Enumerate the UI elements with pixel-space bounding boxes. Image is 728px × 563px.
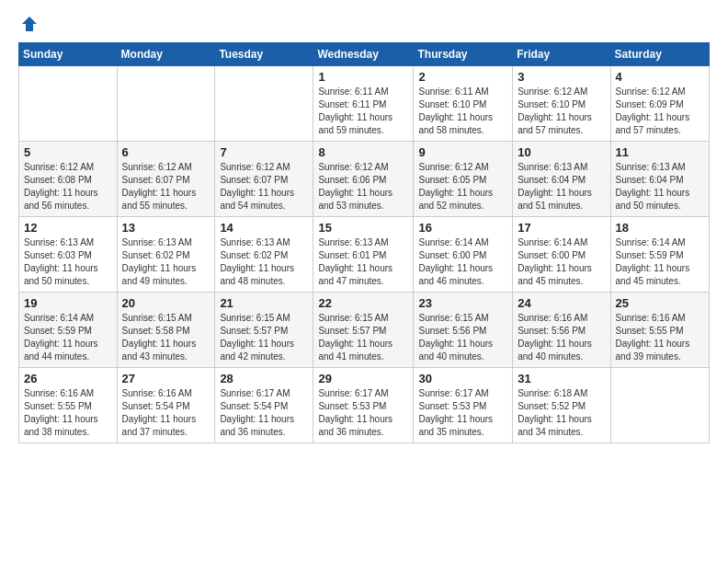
calendar-cell xyxy=(19,66,118,142)
day-number: 31 xyxy=(518,372,605,385)
day-number: 25 xyxy=(616,296,704,310)
day-number: 26 xyxy=(24,372,112,385)
calendar-cell: 18Sunrise: 6:14 AM Sunset: 5:59 PM Dayli… xyxy=(610,217,709,293)
day-info: Sunrise: 6:16 AM Sunset: 5:54 PM Dayligh… xyxy=(122,387,210,439)
calendar-cell: 17Sunrise: 6:14 AM Sunset: 6:00 PM Dayli… xyxy=(513,217,610,293)
day-number: 23 xyxy=(418,296,507,310)
day-number: 28 xyxy=(220,372,308,385)
calendar-cell: 2Sunrise: 6:11 AM Sunset: 6:10 PM Daylig… xyxy=(414,66,513,142)
calendar-week-row: 12Sunrise: 6:13 AM Sunset: 6:03 PM Dayli… xyxy=(19,217,710,293)
calendar-week-row: 26Sunrise: 6:16 AM Sunset: 5:55 PM Dayli… xyxy=(19,368,710,443)
header xyxy=(18,15,710,33)
day-number: 12 xyxy=(24,221,112,235)
calendar-cell: 4Sunrise: 6:12 AM Sunset: 6:09 PM Daylig… xyxy=(610,66,709,142)
page: SundayMondayTuesdayWednesdayThursdayFrid… xyxy=(0,0,728,563)
day-info: Sunrise: 6:16 AM Sunset: 5:55 PM Dayligh… xyxy=(24,387,112,439)
day-info: Sunrise: 6:14 AM Sunset: 6:00 PM Dayligh… xyxy=(518,236,605,288)
calendar-week-row: 1Sunrise: 6:11 AM Sunset: 6:11 PM Daylig… xyxy=(19,66,710,142)
day-info: Sunrise: 6:12 AM Sunset: 6:07 PM Dayligh… xyxy=(122,161,210,213)
calendar-cell: 10Sunrise: 6:13 AM Sunset: 6:04 PM Dayli… xyxy=(513,142,610,217)
calendar-header-saturday: Saturday xyxy=(610,43,709,66)
day-number: 8 xyxy=(318,145,408,159)
day-number: 13 xyxy=(122,221,210,235)
day-number: 10 xyxy=(518,145,605,159)
day-info: Sunrise: 6:17 AM Sunset: 5:54 PM Dayligh… xyxy=(220,387,308,439)
logo-icon xyxy=(20,15,39,33)
day-info: Sunrise: 6:14 AM Sunset: 6:00 PM Dayligh… xyxy=(418,236,507,288)
calendar-cell: 11Sunrise: 6:13 AM Sunset: 6:04 PM Dayli… xyxy=(610,142,709,217)
day-info: Sunrise: 6:14 AM Sunset: 5:59 PM Dayligh… xyxy=(616,236,704,288)
calendar-header-friday: Friday xyxy=(513,43,610,66)
day-number: 21 xyxy=(220,296,308,310)
calendar-cell: 14Sunrise: 6:13 AM Sunset: 6:02 PM Dayli… xyxy=(215,217,313,293)
calendar-cell: 26Sunrise: 6:16 AM Sunset: 5:55 PM Dayli… xyxy=(19,368,118,443)
calendar-header-wednesday: Wednesday xyxy=(313,43,414,66)
calendar-cell: 6Sunrise: 6:12 AM Sunset: 6:07 PM Daylig… xyxy=(117,142,215,217)
calendar-cell: 20Sunrise: 6:15 AM Sunset: 5:58 PM Dayli… xyxy=(117,293,215,368)
calendar-cell: 9Sunrise: 6:12 AM Sunset: 6:05 PM Daylig… xyxy=(414,142,513,217)
calendar-cell: 3Sunrise: 6:12 AM Sunset: 6:10 PM Daylig… xyxy=(513,66,610,142)
day-number: 14 xyxy=(220,221,308,235)
day-number: 1 xyxy=(318,70,408,84)
day-info: Sunrise: 6:17 AM Sunset: 5:53 PM Dayligh… xyxy=(318,387,408,439)
calendar-cell: 22Sunrise: 6:15 AM Sunset: 5:57 PM Dayli… xyxy=(313,293,414,368)
calendar-header-tuesday: Tuesday xyxy=(215,43,313,66)
calendar-cell: 1Sunrise: 6:11 AM Sunset: 6:11 PM Daylig… xyxy=(313,66,414,142)
calendar-cell: 12Sunrise: 6:13 AM Sunset: 6:03 PM Dayli… xyxy=(19,217,118,293)
day-info: Sunrise: 6:13 AM Sunset: 6:03 PM Dayligh… xyxy=(24,236,112,288)
calendar-cell: 29Sunrise: 6:17 AM Sunset: 5:53 PM Dayli… xyxy=(313,368,414,443)
day-number: 15 xyxy=(318,221,408,235)
calendar-cell xyxy=(610,368,709,443)
calendar-header-row: SundayMondayTuesdayWednesdayThursdayFrid… xyxy=(19,43,710,66)
day-number: 11 xyxy=(616,145,704,159)
calendar-header-thursday: Thursday xyxy=(414,43,513,66)
day-number: 30 xyxy=(418,372,507,385)
day-info: Sunrise: 6:17 AM Sunset: 5:53 PM Dayligh… xyxy=(418,387,507,439)
calendar-cell: 25Sunrise: 6:16 AM Sunset: 5:55 PM Dayli… xyxy=(610,293,709,368)
calendar-cell: 15Sunrise: 6:13 AM Sunset: 6:01 PM Dayli… xyxy=(313,217,414,293)
day-info: Sunrise: 6:15 AM Sunset: 5:56 PM Dayligh… xyxy=(418,312,507,363)
calendar-week-row: 19Sunrise: 6:14 AM Sunset: 5:59 PM Dayli… xyxy=(19,293,710,368)
calendar-cell: 13Sunrise: 6:13 AM Sunset: 6:02 PM Dayli… xyxy=(117,217,215,293)
calendar-cell: 8Sunrise: 6:12 AM Sunset: 6:06 PM Daylig… xyxy=(313,142,414,217)
calendar: SundayMondayTuesdayWednesdayThursdayFrid… xyxy=(18,42,710,443)
day-number: 6 xyxy=(122,145,210,159)
day-number: 3 xyxy=(518,70,605,84)
svg-marker-0 xyxy=(22,17,37,31)
day-info: Sunrise: 6:13 AM Sunset: 6:04 PM Dayligh… xyxy=(616,161,704,213)
calendar-cell: 19Sunrise: 6:14 AM Sunset: 5:59 PM Dayli… xyxy=(19,293,118,368)
day-number: 7 xyxy=(220,145,308,159)
day-info: Sunrise: 6:12 AM Sunset: 6:09 PM Dayligh… xyxy=(616,86,704,137)
calendar-cell: 5Sunrise: 6:12 AM Sunset: 6:08 PM Daylig… xyxy=(19,142,118,217)
day-number: 2 xyxy=(418,70,507,84)
day-number: 4 xyxy=(616,70,704,84)
calendar-cell: 27Sunrise: 6:16 AM Sunset: 5:54 PM Dayli… xyxy=(117,368,215,443)
day-number: 20 xyxy=(122,296,210,310)
day-info: Sunrise: 6:14 AM Sunset: 5:59 PM Dayligh… xyxy=(24,312,112,363)
day-info: Sunrise: 6:11 AM Sunset: 6:11 PM Dayligh… xyxy=(318,86,408,137)
day-info: Sunrise: 6:13 AM Sunset: 6:02 PM Dayligh… xyxy=(122,236,210,288)
calendar-cell xyxy=(117,66,215,142)
day-number: 17 xyxy=(518,221,605,235)
day-info: Sunrise: 6:11 AM Sunset: 6:10 PM Dayligh… xyxy=(418,86,507,137)
day-info: Sunrise: 6:16 AM Sunset: 5:55 PM Dayligh… xyxy=(616,312,704,363)
calendar-cell: 16Sunrise: 6:14 AM Sunset: 6:00 PM Dayli… xyxy=(414,217,513,293)
calendar-cell: 24Sunrise: 6:16 AM Sunset: 5:56 PM Dayli… xyxy=(513,293,610,368)
day-info: Sunrise: 6:15 AM Sunset: 5:57 PM Dayligh… xyxy=(220,312,308,363)
calendar-cell: 7Sunrise: 6:12 AM Sunset: 6:07 PM Daylig… xyxy=(215,142,313,217)
calendar-header-sunday: Sunday xyxy=(19,43,118,66)
calendar-header-monday: Monday xyxy=(117,43,215,66)
day-number: 27 xyxy=(122,372,210,385)
calendar-cell: 31Sunrise: 6:18 AM Sunset: 5:52 PM Dayli… xyxy=(513,368,610,443)
day-info: Sunrise: 6:13 AM Sunset: 6:04 PM Dayligh… xyxy=(518,161,605,213)
day-info: Sunrise: 6:16 AM Sunset: 5:56 PM Dayligh… xyxy=(518,312,605,363)
day-info: Sunrise: 6:13 AM Sunset: 6:02 PM Dayligh… xyxy=(220,236,308,288)
day-info: Sunrise: 6:12 AM Sunset: 6:05 PM Dayligh… xyxy=(418,161,507,213)
calendar-cell: 30Sunrise: 6:17 AM Sunset: 5:53 PM Dayli… xyxy=(414,368,513,443)
calendar-cell: 23Sunrise: 6:15 AM Sunset: 5:56 PM Dayli… xyxy=(414,293,513,368)
day-number: 16 xyxy=(418,221,507,235)
calendar-week-row: 5Sunrise: 6:12 AM Sunset: 6:08 PM Daylig… xyxy=(19,142,710,217)
day-info: Sunrise: 6:12 AM Sunset: 6:07 PM Dayligh… xyxy=(220,161,308,213)
day-number: 19 xyxy=(24,296,112,310)
day-number: 24 xyxy=(518,296,605,310)
